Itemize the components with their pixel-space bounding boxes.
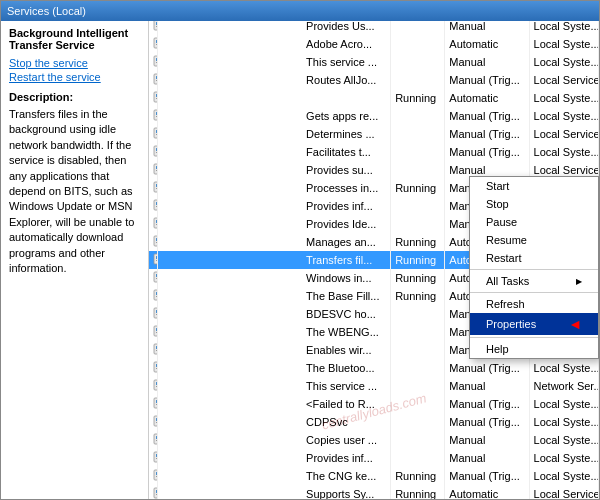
service-status-cell: Running xyxy=(391,485,445,499)
svg-rect-56 xyxy=(156,220,158,223)
svg-rect-19 xyxy=(156,80,158,81)
service-icon xyxy=(153,396,158,412)
service-desc-cell: Supports Sy... xyxy=(302,485,391,499)
stop-service-link[interactable]: Stop the service xyxy=(9,57,140,69)
service-logon-cell: Local Syste... xyxy=(529,89,598,107)
restart-service-link[interactable]: Restart the service xyxy=(9,71,140,83)
svg-rect-85 xyxy=(154,326,158,336)
svg-rect-4 xyxy=(156,26,158,27)
svg-rect-46 xyxy=(156,184,158,187)
service-logon-cell: Local Syste... xyxy=(529,21,598,35)
svg-rect-120 xyxy=(154,452,158,462)
table-row[interactable]: Browser<Failed to R...Manual (Trig...Loc… xyxy=(149,395,599,413)
service-status-cell xyxy=(391,305,445,323)
svg-rect-30 xyxy=(154,128,158,138)
service-logon-cell: Local Syste... xyxy=(529,431,598,449)
ctx-all-tasks[interactable]: All Tasks▶ xyxy=(470,272,598,290)
service-desc-cell: The WBENG... xyxy=(302,323,391,341)
svg-rect-40 xyxy=(154,164,158,174)
service-logon-cell: Local Syste... xyxy=(529,107,598,125)
service-name-cell: Browser xyxy=(149,395,158,413)
table-row[interactable]: Application IdentityDetermines ...Manual… xyxy=(149,125,599,143)
service-startup-cell: Manual xyxy=(445,377,529,395)
ctx-pause[interactable]: Pause xyxy=(470,213,598,231)
table-row[interactable]: CNG Key IsolationThe CNG ke...RunningMan… xyxy=(149,467,599,485)
service-name-cell: App Readiness xyxy=(149,107,158,125)
service-name-cell: Application Information xyxy=(149,143,158,161)
ctx-refresh[interactable]: Refresh xyxy=(470,295,598,313)
svg-rect-54 xyxy=(156,206,158,207)
service-icon xyxy=(153,414,158,430)
svg-rect-26 xyxy=(156,112,158,115)
service-icon xyxy=(153,21,158,34)
svg-rect-25 xyxy=(154,110,158,120)
svg-rect-34 xyxy=(156,134,158,135)
service-desc-cell: Provides inf... xyxy=(302,197,391,215)
service-desc-cell: The Bluetoo... xyxy=(302,359,391,377)
svg-rect-60 xyxy=(154,236,158,246)
service-name-cell: AMD External Events Utility xyxy=(149,89,158,107)
service-startup-cell: Automatic xyxy=(445,89,529,107)
svg-rect-51 xyxy=(156,202,158,205)
svg-rect-110 xyxy=(154,416,158,426)
table-row[interactable]: Application InformationFacilitates t...M… xyxy=(149,143,599,161)
service-name-cell: Application Layer Gateway ... xyxy=(149,161,158,179)
service-icon xyxy=(153,468,158,484)
ctx-properties[interactable]: Properties◄ xyxy=(470,313,598,335)
service-status-cell: Running xyxy=(391,287,445,305)
service-name-cell: Bluetooth Handsfree Service xyxy=(149,341,158,359)
table-row[interactable]: Adobe Flash Player Update ...This servic… xyxy=(149,53,599,71)
table-row[interactable]: Certificate PropagationCopies user ...Ma… xyxy=(149,431,599,449)
svg-rect-39 xyxy=(156,152,158,153)
service-status-cell: Running xyxy=(391,251,445,269)
services-window: Services (Local) Background Intelligent … xyxy=(0,0,600,500)
ctx-restart[interactable]: Restart xyxy=(470,249,598,267)
table-row[interactable]: AMD External Events UtilityRunningAutoma… xyxy=(149,89,599,107)
service-name-cell: COM+ Event System xyxy=(149,485,158,499)
table-row[interactable]: Client License Service (ClipS...Provides… xyxy=(149,449,599,467)
table-row[interactable]: AllJoyn Router ServiceRoutes AllJo...Man… xyxy=(149,71,599,89)
svg-rect-76 xyxy=(156,292,158,295)
context-menu-separator xyxy=(470,292,598,293)
svg-rect-116 xyxy=(156,436,158,439)
service-logon-cell: Local Syste... xyxy=(529,143,598,161)
service-status-cell xyxy=(391,53,445,71)
context-menu-separator xyxy=(470,337,598,338)
service-desc-cell: Manages an... xyxy=(302,233,391,251)
svg-rect-70 xyxy=(154,272,158,282)
table-row[interactable]: App ReadinessGets apps re...Manual (Trig… xyxy=(149,107,599,125)
table-row[interactable]: Adobe Acrobat Update Serv...Adobe Acro..… xyxy=(149,35,599,53)
service-desc-cell: Provides inf... xyxy=(302,449,391,467)
svg-rect-16 xyxy=(156,76,158,79)
ctx-start[interactable]: Start xyxy=(470,177,598,195)
svg-rect-55 xyxy=(154,218,158,228)
service-logon-cell: Local Service xyxy=(529,125,598,143)
svg-rect-15 xyxy=(154,74,158,84)
ctx-stop[interactable]: Stop xyxy=(470,195,598,213)
service-startup-cell: Manual xyxy=(445,449,529,467)
service-desc-cell: <Failed to R... xyxy=(302,395,391,413)
svg-rect-100 xyxy=(154,380,158,390)
svg-rect-1 xyxy=(156,22,158,25)
service-name-cell: Avast Antivirus xyxy=(149,233,158,251)
svg-rect-130 xyxy=(154,488,158,498)
service-icon xyxy=(153,288,158,304)
table-row[interactable]: BranchCacheThis service ...ManualNetwork… xyxy=(149,377,599,395)
service-status-cell xyxy=(391,341,445,359)
ctx-help[interactable]: Help xyxy=(470,340,598,358)
service-name-cell: Block Level Backup Engine ... xyxy=(149,323,158,341)
service-icon xyxy=(153,234,158,250)
service-icon xyxy=(153,450,158,466)
ctx-resume[interactable]: Resume xyxy=(470,231,598,249)
table-row[interactable]: CDPSvcCDPSvcManual (Trig...Local Syste..… xyxy=(149,413,599,431)
svg-rect-35 xyxy=(154,146,158,156)
service-name-cell: Adobe Flash Player Update ... xyxy=(149,53,158,71)
service-desc-cell: CDPSvc xyxy=(302,413,391,431)
service-icon xyxy=(153,162,158,178)
table-row[interactable]: ActiveX Installer (AxInstSV)Provides Us.… xyxy=(149,21,599,35)
service-desc-cell: Copies user ... xyxy=(302,431,391,449)
service-icon xyxy=(153,324,158,340)
table-row[interactable]: Bluetooth Support ServiceThe Bluetoo...M… xyxy=(149,359,599,377)
table-row[interactable]: COM+ Event SystemSupports Sy...RunningAu… xyxy=(149,485,599,499)
service-logon-cell: Local Syste... xyxy=(529,359,598,377)
